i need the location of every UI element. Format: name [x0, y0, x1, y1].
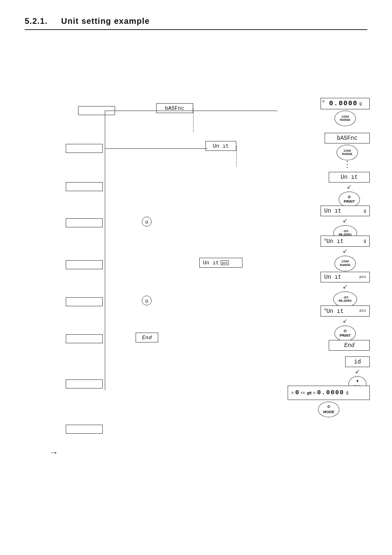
- btn-range-5[interactable]: 1/10dRANGE: [334, 256, 356, 271]
- action-box-5[interactable]: [66, 260, 103, 269]
- arrow-6: ↙: [343, 283, 348, 290]
- display-box-5: oUn ıt g: [321, 236, 370, 247]
- page-title: 5.2.1. Unit setting example: [25, 16, 367, 26]
- display-box-9: id: [345, 356, 370, 367]
- action-box-2[interactable]: [66, 144, 103, 153]
- action-box-3[interactable]: [66, 182, 103, 191]
- display-box-8: End: [329, 340, 370, 351]
- screen-state-1: o 0.0000 g 1/10dRANGE: [321, 98, 370, 126]
- arrow-9: ↙: [355, 368, 360, 375]
- v-connector-mid: [193, 108, 194, 132]
- screen-state-7: oUn ıt pcs ↙ ⊙PRINT: [321, 305, 370, 341]
- display-box-7: oUn ıt pcs: [321, 305, 370, 317]
- page-header: 5.2.1. Unit setting example: [25, 16, 367, 30]
- screen-state-8: End: [329, 340, 370, 351]
- display-box-1: o 0.0000 g: [321, 98, 370, 109]
- btn-print-7[interactable]: ⊙PRINT: [334, 326, 356, 341]
- display-box-4: Un ıt g: [321, 206, 370, 216]
- btn-range-1[interactable]: 1/10dRANGE: [334, 111, 356, 126]
- page: 5.2.1. Unit setting example bASFnc: [0, 0, 392, 507]
- action-box-9[interactable]: [66, 425, 103, 434]
- screen-state-10: o 0 xs ⇌ o 0.0000 g ⊙MODE: [288, 386, 370, 417]
- action-box-4[interactable]: [66, 218, 103, 227]
- mid-label-unit-pcs: Un ıt pcs: [199, 258, 242, 268]
- display-box-6: Un ıt pcs: [321, 272, 370, 282]
- arrow-3: ↙: [347, 183, 352, 190]
- h-line-2: [105, 148, 208, 149]
- arrow-7: ↙: [343, 317, 348, 324]
- display-box-2: bASFnc: [325, 133, 370, 143]
- action-box-8[interactable]: [66, 379, 103, 388]
- arrow-5: ↙: [343, 247, 348, 254]
- arrow-4: ↙: [343, 217, 348, 224]
- mid-circle-1: o: [142, 217, 152, 227]
- screen-state-3: Un ıt ↙ ⊙PRINT: [329, 172, 370, 207]
- mid-label-end: End: [136, 333, 158, 342]
- action-box-6[interactable]: [66, 297, 103, 306]
- mid-label-unit: Un ıt: [205, 141, 236, 151]
- btn-print-3[interactable]: ⊙PRINT: [339, 192, 360, 207]
- mid-circle-2: o: [142, 296, 152, 305]
- arrow-right-bottom: →: [49, 447, 58, 458]
- v-connector-unit: [236, 146, 237, 166]
- dots-2: ⋮: [343, 161, 351, 167]
- h-line-1: [105, 111, 277, 111]
- v-connector-left: [105, 111, 105, 390]
- mid-label-basfnc: bASFnc: [156, 103, 193, 113]
- screen-state-2: bASFnc 1/10dRANGE ⋮: [325, 133, 370, 168]
- display-box-3: Un ıt: [329, 172, 370, 183]
- action-box-7[interactable]: [66, 334, 103, 343]
- screen-state-6: Un ıt pcs ↙ →0/T-RE-ZERO: [321, 272, 370, 307]
- btn-rezero-6[interactable]: →0/T-RE-ZERO: [333, 291, 357, 307]
- display-box-10: o 0 xs ⇌ o 0.0000 g: [288, 386, 370, 400]
- btn-mode-10[interactable]: ⊙MODE: [318, 402, 339, 417]
- btn-range-2[interactable]: 1/10dRANGE: [337, 145, 358, 160]
- diagram-container: bASFnc Un ıt o Un ıt pcs o End o 0.0000: [25, 46, 378, 490]
